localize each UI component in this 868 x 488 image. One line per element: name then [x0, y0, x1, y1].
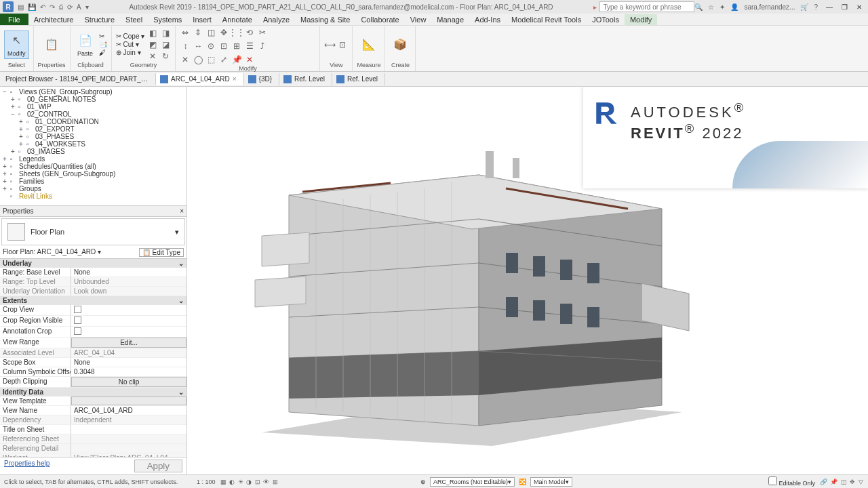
- view-tab-1[interactable]: {3D}: [244, 73, 279, 85]
- tab-jotools[interactable]: JOTools: [587, 14, 625, 25]
- property-row[interactable]: Title on Sheet: [0, 425, 186, 434]
- cart-icon[interactable]: 🛒: [800, 3, 808, 11]
- tree-item[interactable]: −▫Views (GEN_Group-Subgroup): [1, 88, 185, 96]
- cut-geom-button[interactable]: ✂ Cut ▾: [116, 41, 145, 48]
- vc-crop-icon[interactable]: ⊡: [255, 479, 260, 485]
- align-icon[interactable]: ⇔: [180, 27, 191, 38]
- property-row[interactable]: View NameARC_04_L04_ARD: [0, 406, 186, 415]
- property-row[interactable]: Range: Base LevelNone: [0, 268, 186, 277]
- file-tab[interactable]: File: [0, 14, 28, 25]
- mod-icon-b[interactable]: ↔: [193, 41, 203, 52]
- trim-icon[interactable]: ✂: [257, 27, 268, 38]
- edit-type-button[interactable]: 📋 Edit Type: [139, 248, 184, 257]
- user-icon[interactable]: 👤: [730, 3, 738, 11]
- tree-item[interactable]: +▫02_EXPORT: [1, 125, 185, 133]
- apply-button[interactable]: Apply: [134, 460, 182, 472]
- move-icon[interactable]: ✥: [218, 27, 229, 38]
- pin-icon[interactable]: 📌: [231, 54, 242, 65]
- drag-icon[interactable]: ✥: [850, 479, 855, 485]
- select-face-icon[interactable]: ◫: [841, 479, 847, 485]
- view-tab-3[interactable]: Ref. Level: [332, 73, 385, 85]
- instance-selector[interactable]: Floor Plan: ARC_04_L04_ARD ▾: [3, 248, 101, 257]
- scale-icon[interactable]: ⤢: [218, 54, 229, 65]
- mod-icon-f[interactable]: ☰: [244, 41, 255, 52]
- mod-icon-a[interactable]: ↕: [180, 41, 191, 52]
- vc-reveal-icon[interactable]: ⊞: [273, 479, 278, 485]
- property-group-header[interactable]: Extents⌄: [0, 296, 186, 305]
- keyword-search[interactable]: [599, 1, 694, 12]
- mod-icon-g[interactable]: ⤴: [257, 41, 268, 52]
- filter-icon[interactable]: ▽: [859, 479, 863, 485]
- tree-item[interactable]: +▫01_WIP: [1, 103, 185, 110]
- modify-tool[interactable]: ↖Modify: [4, 30, 29, 59]
- design-option[interactable]: Main Model ▾: [530, 477, 572, 487]
- search-icon[interactable]: 🔍: [694, 3, 703, 11]
- signin-icon[interactable]: ☆: [708, 3, 714, 11]
- tab-collaborate[interactable]: Collaborate: [355, 14, 404, 25]
- property-grid[interactable]: Underlay⌄Range: Base LevelNoneRange: Top…: [0, 259, 186, 457]
- delete-icon[interactable]: ✕: [244, 54, 255, 65]
- user-label[interactable]: sara.fernandez...: [744, 3, 795, 11]
- property-row[interactable]: Column Symbolic Offset0.3048: [0, 367, 186, 377]
- close-button[interactable]: ✕: [853, 3, 865, 11]
- type-dropdown-icon[interactable]: ▾: [175, 228, 179, 237]
- create-button[interactable]: 📦: [389, 35, 411, 54]
- vc-hide-icon[interactable]: 👁: [263, 479, 269, 485]
- vc-style-icon[interactable]: ◐: [229, 479, 235, 485]
- qat-print-icon[interactable]: ⎙: [59, 3, 63, 11]
- tab-steel[interactable]: Steel: [120, 14, 148, 25]
- tab-structure[interactable]: Structure: [79, 14, 120, 25]
- properties-button[interactable]: 📋: [41, 35, 62, 54]
- properties-help-link[interactable]: Properties help: [4, 460, 50, 472]
- design-option-icon[interactable]: 🔀: [519, 479, 526, 485]
- minimize-button[interactable]: —: [823, 3, 835, 11]
- tab-addins[interactable]: Add-Ins: [469, 14, 506, 25]
- infocenter-icon[interactable]: ▸: [593, 3, 597, 11]
- tree-item[interactable]: +▫04_WORKSETS: [1, 140, 185, 148]
- drawing-canvas[interactable]: AUTODESK® REVIT® 2022: [187, 87, 868, 474]
- mod-icon-h[interactable]: ✕: [180, 54, 191, 65]
- tree-item[interactable]: +▫03_PHASES: [1, 133, 185, 140]
- properties-close-icon[interactable]: ×: [180, 207, 184, 215]
- geom-icon-4[interactable]: ◪: [160, 39, 171, 50]
- tree-item[interactable]: +▫Groups: [1, 185, 185, 192]
- tree-item[interactable]: +▫Families: [1, 178, 185, 185]
- view-icon-2[interactable]: ⊡: [337, 39, 348, 50]
- help-icon[interactable]: ?: [814, 3, 818, 11]
- view-icon-1[interactable]: ⟷: [324, 39, 335, 50]
- mod-icon-c[interactable]: ⊙: [205, 41, 216, 52]
- qat-redo-icon[interactable]: ↷: [50, 3, 55, 11]
- tree-item[interactable]: +▫03_IMAGES: [1, 148, 185, 155]
- cut-button[interactable]: ✂: [99, 33, 107, 40]
- property-row[interactable]: View Template: [0, 396, 186, 406]
- maximize-button[interactable]: ❐: [838, 3, 850, 11]
- qat-undo-icon[interactable]: ↶: [40, 3, 45, 11]
- tab-manage[interactable]: Manage: [431, 14, 469, 25]
- qat-save-icon[interactable]: 💾: [28, 3, 36, 11]
- vc-shadow-icon[interactable]: ◑: [246, 479, 252, 485]
- geom-icon-1[interactable]: ◧: [147, 28, 158, 39]
- cope-button[interactable]: ✂ Cope ▾: [116, 33, 145, 40]
- mirror-icon[interactable]: ◫: [205, 27, 216, 38]
- match-button[interactable]: 🖌: [99, 49, 107, 56]
- qat-open-icon[interactable]: ▤: [18, 3, 24, 11]
- geom-icon-3[interactable]: ◩: [147, 39, 158, 50]
- geom-icon-2[interactable]: ◨: [160, 28, 171, 39]
- array-icon[interactable]: ⋮⋮: [231, 27, 242, 38]
- tab-modify[interactable]: Modify: [625, 14, 657, 25]
- workset-icon[interactable]: ⊕: [420, 479, 426, 485]
- mod-icon-d[interactable]: ⊡: [218, 41, 229, 52]
- property-row[interactable]: View RangeEdit...: [0, 338, 186, 348]
- tree-item[interactable]: +▫Schedules/Quantities (all): [1, 163, 185, 170]
- qat-measure-icon[interactable]: A: [77, 3, 81, 11]
- property-row[interactable]: Annotation Crop: [0, 327, 186, 338]
- tree-item[interactable]: +▫Legends: [1, 155, 185, 163]
- property-row[interactable]: Scope BoxNone: [0, 358, 186, 367]
- mod-icon-e[interactable]: ⊞: [231, 41, 242, 52]
- copy-button[interactable]: 📑: [99, 41, 107, 48]
- tree-item[interactable]: +▫Sheets (GEN_Group-Subgroup): [1, 170, 185, 178]
- qat-sync-icon[interactable]: ⟳: [67, 3, 73, 11]
- tab-modelical[interactable]: Modelical Revit Tools: [506, 14, 587, 25]
- property-row[interactable]: Crop View: [0, 305, 186, 316]
- view-close-icon[interactable]: ×: [233, 75, 237, 83]
